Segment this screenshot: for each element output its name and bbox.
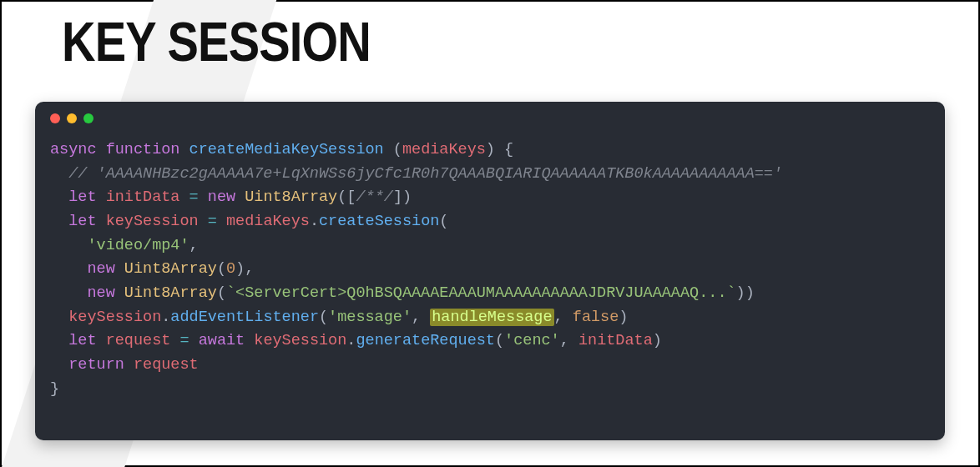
zoom-icon (83, 113, 93, 123)
window-controls (50, 113, 930, 123)
function-name: createMediaKeySession (189, 141, 384, 158)
keyword-function: function (106, 141, 180, 158)
close-icon (50, 113, 60, 123)
keyword-async: async (50, 141, 97, 158)
code-window: async function createMediaKeySession (me… (35, 102, 945, 440)
slide-frame: KEY SESSION async function createMediaKe… (0, 0, 980, 467)
minimize-icon (67, 113, 77, 123)
highlighted-token: handleMessage (430, 309, 553, 326)
slide-title: KEY SESSION (62, 10, 371, 73)
param: mediaKeys (402, 141, 486, 158)
comment: // 'AAAANHBzc2gAAAAA7e+LqXnWSs6jyCfc1R0h… (68, 165, 782, 183)
code-block: async function createMediaKeySession (me… (50, 138, 930, 401)
